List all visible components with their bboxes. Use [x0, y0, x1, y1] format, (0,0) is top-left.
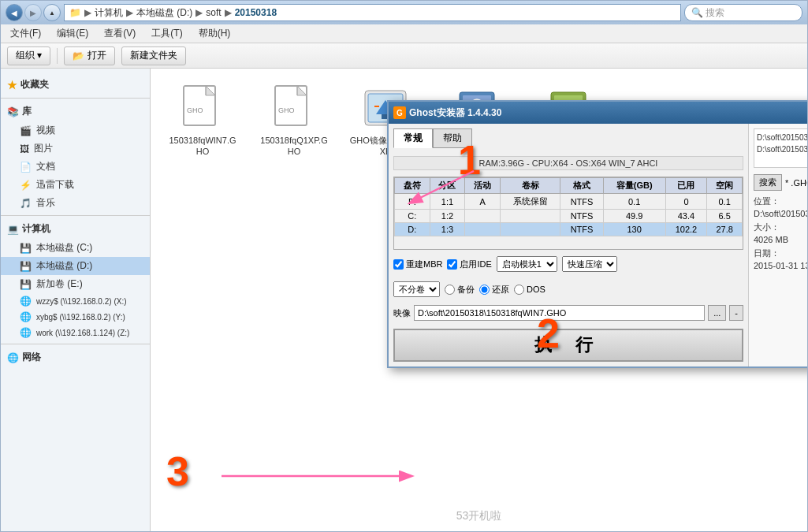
divider2	[1, 215, 150, 216]
date-label: 日期：	[754, 247, 807, 259]
ghost-options-row2: 不分卷 备份 还原 D	[393, 278, 743, 300]
col-size: 容量(GB)	[603, 178, 665, 194]
annotation-1: 1	[458, 140, 481, 180]
new-folder-button[interactable]: 新建文件夹	[121, 47, 186, 65]
network-section: 🌐 网络	[1, 348, 150, 367]
col-format: 格式	[560, 178, 603, 194]
video-icon: 🎬	[20, 125, 32, 136]
dos-radio[interactable]	[514, 285, 524, 295]
ghost-partition-table: 盘符 分区 活动 卷标 格式 容量(GB) 已用 空闲	[394, 177, 743, 236]
network-title[interactable]: 🌐 网络	[1, 348, 150, 367]
enable-ide-check[interactable]	[447, 259, 457, 270]
checkbox-rebuild-mbr[interactable]: 重建MBR	[393, 259, 442, 270]
sidebar-item-d-drive[interactable]: 💾 本地磁盘 (D:)	[1, 257, 150, 275]
table-row[interactable]: D:1:3NTFS130102.227.8	[395, 223, 743, 236]
ghost-path-row: 映像 ... -	[393, 303, 743, 322]
menu-edit[interactable]: 编辑(E)	[54, 25, 91, 42]
restore-radio[interactable]	[479, 285, 490, 295]
ghost-table-scroll[interactable]: 盘符 分区 活动 卷标 格式 容量(GB) 已用 空闲	[393, 177, 743, 250]
backup-radio[interactable]	[445, 285, 455, 295]
sidebar-item-y-drive[interactable]: 🌐 xybg$ (\\192.168.0.2) (Y:)	[1, 309, 150, 325]
compress-select[interactable]: 快速压缩	[562, 256, 617, 272]
ghost-dialog: G Ghost安装器 1.4.4.30 — □ ✕ 常规 帮助	[387, 100, 807, 368]
up-button[interactable]: ▲	[43, 4, 61, 21]
explorer-window: ◀ ▶ ▲ 📁 ▶ 计算机 ▶ 本地磁盘 (D:) ▶ soft ▶ 20150…	[0, 0, 808, 532]
star-icon: ★	[7, 79, 17, 91]
table-row[interactable]: F:1:1A系统保留NTFS0.100.1	[395, 194, 743, 210]
open-button[interactable]: 📂 打开	[64, 47, 115, 65]
music-icon: 🎵	[20, 198, 32, 209]
menu-help[interactable]: 帮助(H)	[195, 25, 234, 42]
radio-restore[interactable]: 还原	[479, 284, 509, 296]
path-browse-button[interactable]: ...	[708, 305, 726, 321]
radio-dos[interactable]: DOS	[514, 285, 545, 295]
drive-y-icon: 🌐	[20, 311, 32, 322]
ghost-right-panel: D:\soft\20150318\150318fqWIN7.G D:\soft\…	[748, 124, 807, 366]
ghost-tab-general[interactable]: 常规	[393, 128, 433, 148]
execute-button[interactable]: 执 行	[393, 329, 743, 362]
sidebar-item-e-drive[interactable]: 💾 新加卷 (E:)	[1, 275, 150, 293]
menu-file[interactable]: 文件(F)	[7, 25, 44, 42]
sidebar-item-z-drive[interactable]: 🌐 work (\\192.168.1.124) (Z:)	[1, 325, 150, 340]
document-icon: 📄	[20, 162, 32, 173]
file-item-gho2[interactable]: GHO 150318fqQ1XP.GHO	[255, 81, 333, 172]
search-box[interactable]: 🔍 搜索	[684, 4, 802, 21]
folder-icon: 📁	[69, 7, 81, 18]
menu-bar: 文件(F) 编辑(E) 查看(V) 工具(T) 帮助(H)	[1, 24, 807, 43]
sidebar-item-music[interactable]: 🎵 音乐	[1, 194, 150, 212]
size-value: 4026 MB	[754, 235, 807, 244]
ghost-tabs: 常规 帮助	[393, 128, 743, 148]
ghost-body: 常规 帮助 RAM:3.96G - CPU:X64 - OS:X64 WIN_7…	[389, 124, 807, 366]
radio-backup[interactable]: 备份	[445, 284, 475, 296]
svg-text:GHO: GHO	[278, 106, 295, 114]
drive-d-icon: 💾	[20, 261, 32, 272]
annotation-3: 3	[166, 448, 189, 495]
search-button[interactable]: 搜索	[754, 174, 782, 191]
sidebar-item-x-drive[interactable]: 🌐 wzzy$ (\\192.168.0.2) (X:)	[1, 293, 150, 309]
forward-button[interactable]: ▶	[24, 4, 42, 21]
sidebar-item-c-drive[interactable]: 💾 本地磁盘 (C:)	[1, 239, 150, 257]
sidebar-item-document[interactable]: 📄 文档	[1, 158, 150, 176]
path-clear-button[interactable]: -	[729, 305, 743, 321]
size-label: 大小：	[754, 221, 807, 233]
file-name-gho2: 150318fqQ1XP.GHO	[258, 135, 330, 158]
menu-view[interactable]: 查看(V)	[101, 25, 139, 42]
ghost-search-controls: 搜索 * .GHO 目录深度	[754, 174, 807, 191]
address-bar[interactable]: 📁 ▶ 计算机 ▶ 本地磁盘 (D:) ▶ soft ▶ 20150318	[64, 4, 681, 21]
file-icon-gho2: GHO	[270, 84, 318, 132]
file-item-gho1[interactable]: GHO 150318fqWIN7.GHO	[163, 81, 242, 172]
drive-e-icon: 💾	[20, 279, 32, 290]
organize-button[interactable]: 组织 ▾	[7, 47, 50, 65]
ghost-files-list: D:\soft\20150318\150318fqWIN7.G D:\soft\…	[754, 128, 807, 168]
split-select[interactable]: 不分卷	[393, 281, 440, 297]
main-content: ★ 收藏夹 📚 库 🎬 视频 🖼 图片	[1, 69, 807, 531]
ghost-left-panel: 常规 帮助 RAM:3.96G - CPU:X64 - OS:X64 WIN_7…	[389, 124, 748, 366]
col-label: 卷标	[500, 178, 560, 194]
library-title[interactable]: 📚 库	[1, 102, 150, 121]
computer-icon: 💻	[7, 224, 19, 235]
back-button[interactable]: ◀	[6, 4, 23, 21]
sidebar-item-picture[interactable]: 🖼 图片	[1, 140, 150, 158]
path-label: 映像	[393, 307, 411, 319]
boot-module-select[interactable]: 启动模块1	[497, 256, 557, 272]
svg-text:GHO: GHO	[187, 106, 203, 114]
rebuild-mbr-check[interactable]	[393, 259, 404, 270]
col-drive: 盘符	[395, 178, 430, 194]
table-header-row: 盘符 分区 活动 卷标 格式 容量(GB) 已用 空闲	[395, 178, 743, 194]
watermark: 53开机啦	[456, 509, 502, 523]
toolbar-divider	[57, 48, 58, 64]
thunder-icon: ⚡	[20, 180, 32, 191]
location-value: D:\soft\20150318\150318fqWI	[754, 209, 807, 218]
sidebar-item-video[interactable]: 🎬 视频	[1, 121, 150, 140]
computer-title[interactable]: 💻 计算机	[1, 219, 150, 239]
network-icon: 🌐	[7, 352, 19, 363]
ghost-title-bar: G Ghost安装器 1.4.4.30 — □ ✕	[389, 102, 807, 124]
file-area: GHO 150318fqWIN7.GHO GHO	[151, 69, 807, 531]
file-name-gho1: 150318fqWIN7.GHO	[166, 135, 239, 158]
checkbox-enable-ide[interactable]: 启用IDE	[447, 259, 491, 270]
sidebar-item-thunder[interactable]: ⚡ 迅雷下载	[1, 176, 150, 194]
favorites-title[interactable]: ★ 收藏夹	[1, 75, 150, 95]
table-row[interactable]: C:1:2NTFS49.943.46.5	[395, 210, 743, 223]
ghost-app-icon: G	[393, 106, 406, 119]
menu-tools[interactable]: 工具(T)	[148, 25, 185, 42]
